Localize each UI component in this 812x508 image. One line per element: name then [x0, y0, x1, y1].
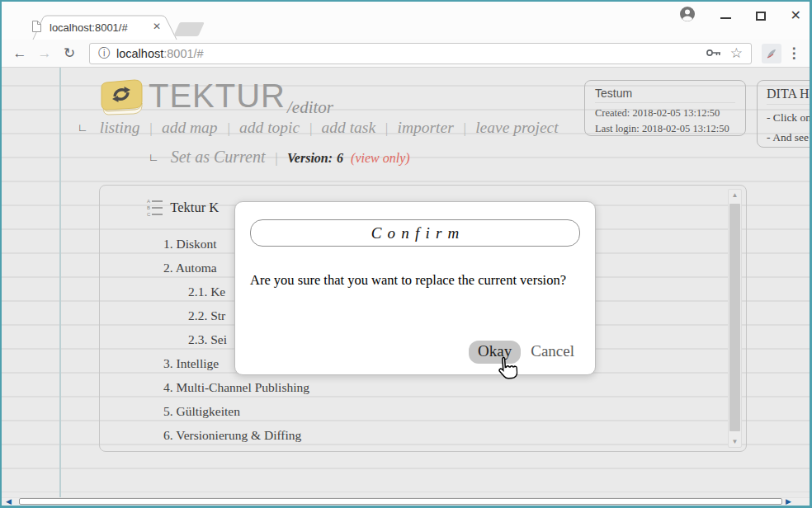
- version-label: Version:: [287, 151, 333, 166]
- reload-button-icon[interactable]: ↻: [59, 45, 79, 62]
- outline-root-row[interactable]: A B C Tektur K: [147, 199, 219, 217]
- address-bar-actions: ☆: [706, 45, 743, 62]
- user-last-login: Last login: 2018-02-05 13:12:50: [595, 121, 735, 137]
- page-favicon-icon: [31, 20, 42, 33]
- browser-toolbar: ← → ↻ ⓘ localhost:8001/# ☆ ⋮: [2, 40, 810, 68]
- outline-item[interactable]: 5. Gültigkeiten: [163, 404, 240, 419]
- brand-title: TEKTUR: [149, 78, 286, 115]
- nav-link-add-map[interactable]: add map: [162, 119, 218, 137]
- confirm-dialog: Confirm Are you sure that you want to re…: [234, 201, 596, 375]
- tab-strip: localhost:8001/# ✕ ✕: [2, 2, 810, 40]
- vertical-scroll-thumb[interactable]: [729, 204, 740, 431]
- nav-separator: |: [266, 151, 287, 166]
- new-tab-button[interactable]: [173, 22, 205, 36]
- outline-item[interactable]: 2. Automa: [163, 261, 217, 275]
- sub-navigation: ∟ Set as Current | Version: 6 (view only…: [149, 148, 410, 167]
- tab-title: localhost:8001/#: [50, 21, 128, 34]
- outline-item[interactable]: 2.2. Str: [188, 308, 225, 323]
- page-content: TEKTUR /editor ∟ listing | add map | add…: [2, 68, 810, 497]
- hand-cursor-icon: [495, 355, 518, 384]
- browser-window: localhost:8001/# ✕ ✕ ← → ↻ ⓘ localhost:8…: [0, 0, 812, 508]
- back-button-icon[interactable]: ←: [10, 45, 30, 62]
- help-title: DITA He: [767, 87, 810, 105]
- abc-letter: C: [147, 212, 150, 217]
- dita-help-box: DITA He - Click on t - And see F: [757, 80, 810, 148]
- outline-item-label: 3. Intellige: [163, 356, 219, 371]
- dialog-title: Confirm: [371, 224, 465, 242]
- user-name: Testum: [595, 87, 735, 103]
- password-key-icon[interactable]: [706, 46, 722, 61]
- tab-close-icon[interactable]: ✕: [150, 20, 163, 33]
- nav-separator: |: [218, 121, 239, 136]
- dialog-buttons: Okay Cancel: [469, 341, 574, 364]
- abc-list-icon: A B C: [147, 199, 163, 217]
- user-created: Created: 2018-02-05 13:12:50: [595, 106, 735, 121]
- nav-separator: |: [375, 121, 397, 136]
- outline-item[interactable]: 4. Multi-Channel Publishing: [163, 380, 309, 395]
- main-navigation: ∟ listing | add map | add topic | add ta…: [78, 119, 559, 137]
- outline-item-label: 2. Automa: [163, 261, 217, 275]
- url-path: :8001/#: [163, 47, 203, 60]
- nav-link-importer[interactable]: importer: [398, 119, 454, 137]
- outline-item-label: 2.2. Str: [188, 308, 225, 323]
- outline-item-label: 1. Diskont: [163, 237, 217, 252]
- user-info-box: Testum Created: 2018-02-05 13:12:50 Last…: [584, 80, 746, 136]
- abc-letter: B: [147, 205, 150, 210]
- browser-menu-icon[interactable]: ⋮: [786, 45, 801, 62]
- outline-item[interactable]: 6. Versionierung & Diffing: [163, 428, 301, 443]
- window-close-button[interactable]: ✕: [791, 9, 801, 22]
- url-text: localhost:8001/#: [116, 47, 204, 60]
- version-value: 6: [337, 151, 343, 166]
- panel-vertical-scrollbar[interactable]: ▲ ▼: [728, 189, 742, 448]
- url-host: localhost: [116, 47, 163, 60]
- help-line: - Click on t: [767, 108, 810, 128]
- scroll-right-icon[interactable]: ▶: [786, 497, 791, 506]
- pdf-extension-icon[interactable]: [762, 44, 781, 64]
- scroll-down-icon[interactable]: ▼: [729, 438, 741, 445]
- nav-separator: |: [300, 121, 321, 136]
- notebook-margin-line: [59, 68, 61, 497]
- tektur-book-sync-icon: [96, 78, 147, 122]
- abc-dash: [152, 200, 163, 202]
- dialog-title-bar: Confirm: [250, 219, 580, 247]
- outline-item-label: Tektur K: [170, 200, 219, 216]
- bookmark-star-icon[interactable]: ☆: [730, 45, 743, 62]
- outline-item-label: 6. Versionierung & Diffing: [163, 428, 301, 443]
- scroll-left-icon[interactable]: ◀: [6, 497, 12, 506]
- outline-item-label: 5. Gültigkeiten: [163, 404, 240, 419]
- nav-link-leave-project[interactable]: leave project: [475, 119, 559, 137]
- nav-link-add-topic[interactable]: add topic: [239, 119, 300, 137]
- outline-item[interactable]: 3. Intellige: [163, 356, 219, 371]
- abc-dash: [152, 207, 163, 209]
- brand-suffix: /editor: [287, 97, 333, 118]
- abc-letter: A: [147, 199, 150, 204]
- set-as-current-link[interactable]: Set as Current: [171, 148, 266, 167]
- abc-dash: [152, 214, 163, 215]
- nav-separator: |: [454, 121, 475, 136]
- dialog-message: Are you sure that you want to replace th…: [250, 272, 580, 289]
- outline-item[interactable]: 1. Diskont: [163, 237, 217, 252]
- nav-link-add-task[interactable]: add task: [322, 119, 376, 137]
- scroll-up-icon[interactable]: ▲: [729, 191, 741, 199]
- corner-marker-icon: ∟: [78, 121, 88, 134]
- view-only-badge: (view only): [351, 151, 410, 166]
- nav-link-listing[interactable]: listing: [100, 119, 140, 137]
- page-info-icon[interactable]: ⓘ: [98, 46, 110, 61]
- help-line: - And see F: [767, 128, 810, 148]
- address-bar[interactable]: ⓘ localhost:8001/# ☆: [89, 43, 752, 64]
- outline-item-label: 2.1. Ke: [188, 285, 225, 299]
- window-maximize-button[interactable]: [756, 12, 766, 21]
- page-horizontal-scrollbar[interactable]: ◀ ▶: [2, 497, 810, 506]
- outline-item-label: 4. Multi-Channel Publishing: [163, 380, 309, 395]
- window-minimize-button[interactable]: [720, 17, 731, 19]
- outline-item-label: 2.3. Sei: [188, 332, 227, 347]
- outline-item[interactable]: 2.1. Ke: [188, 285, 225, 299]
- window-controls: ✕: [679, 5, 801, 26]
- horizontal-scroll-thumb[interactable]: [19, 498, 782, 505]
- profile-avatar-icon[interactable]: [679, 6, 696, 26]
- corner-marker-icon: ∟: [149, 151, 159, 163]
- forward-button-icon[interactable]: →: [35, 45, 54, 62]
- cancel-button[interactable]: Cancel: [531, 342, 574, 360]
- nav-separator: |: [140, 121, 162, 136]
- outline-item[interactable]: 2.3. Sei: [188, 332, 227, 347]
